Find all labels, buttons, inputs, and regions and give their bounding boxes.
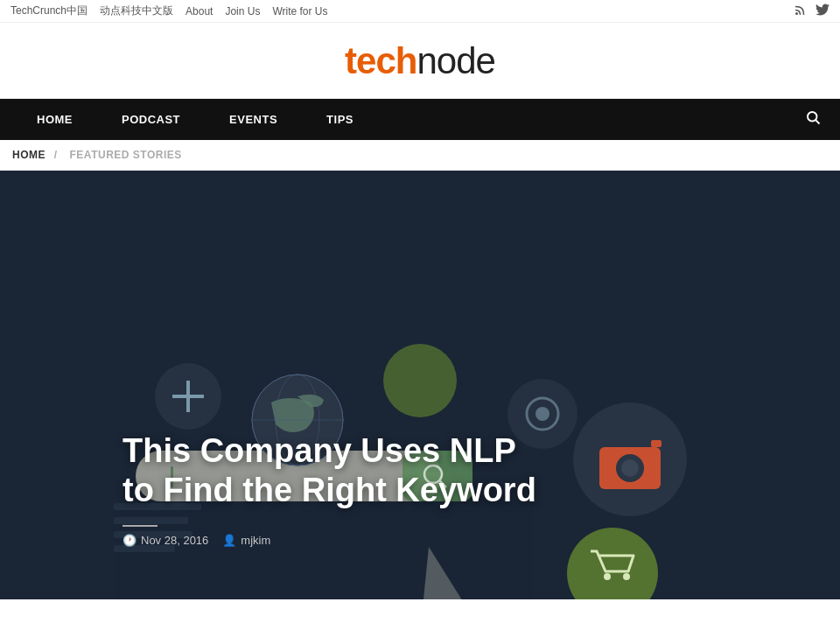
hero-content: This Company Uses NLP to Find the Right … [0,431,542,599]
logo-area: technode [0,23,840,99]
nav-bar: HOME PODCAST EVENTS TIPS [0,99,840,140]
twitter-icon[interactable] [816,4,830,18]
top-bar-social [794,4,830,18]
breadcrumb-separator: / [54,149,58,161]
about-link[interactable]: About [186,5,213,18]
logo-tech: tech [345,40,416,81]
join-us-link[interactable]: Join Us [225,5,260,18]
breadcrumb-current: FEATURED STORIES [70,149,182,161]
hero-date-text: Nov 28, 2016 [141,534,208,547]
svg-point-22 [604,573,611,580]
site-logo[interactable]: technode [0,40,840,82]
logo-node: node [416,40,494,81]
hero-date: 🕐 Nov 28, 2016 [122,534,208,547]
hero-divider [122,525,158,527]
nav-podcast[interactable]: PODCAST [97,99,205,140]
svg-point-19 [621,459,639,477]
search-icon[interactable] [798,102,828,136]
hero-author-text: mjkim [241,534,270,547]
hero-meta: 🕐 Nov 28, 2016 👤 mjkim [122,534,542,547]
technode-chinese-link[interactable]: 动点科技中文版 [100,4,173,18]
nav-tips[interactable]: TIPS [302,99,378,140]
write-for-us-link[interactable]: Write for Us [272,5,327,18]
hero-author: 👤 mjkim [222,534,270,547]
main-nav: HOME PODCAST EVENTS TIPS [12,99,378,140]
techcrunch-china-link[interactable]: TechCrunch中国 [10,4,88,18]
breadcrumb: HOME / FEATURED STORIES [0,140,840,171]
author-icon: 👤 [222,534,236,547]
clock-icon: 🕐 [122,534,136,547]
nav-home[interactable]: HOME [12,99,97,140]
rss-icon[interactable] [794,4,807,18]
svg-point-1 [808,112,817,122]
svg-point-0 [795,12,798,15]
svg-line-2 [816,120,819,123]
hero-section: This Company Uses NLP to Find the Right … [0,171,840,599]
nav-events[interactable]: EVENTS [205,99,302,140]
svg-point-23 [623,573,630,580]
svg-point-24 [383,344,457,417]
breadcrumb-home[interactable]: HOME [12,149,46,161]
hero-title: This Company Uses NLP to Find the Right … [122,431,542,511]
top-bar: TechCrunch中国 动点科技中文版 About Join Us Write… [0,0,840,23]
svg-rect-20 [651,440,662,447]
top-bar-nav: TechCrunch中国 动点科技中文版 About Join Us Write… [10,4,328,18]
svg-point-32 [536,407,550,421]
